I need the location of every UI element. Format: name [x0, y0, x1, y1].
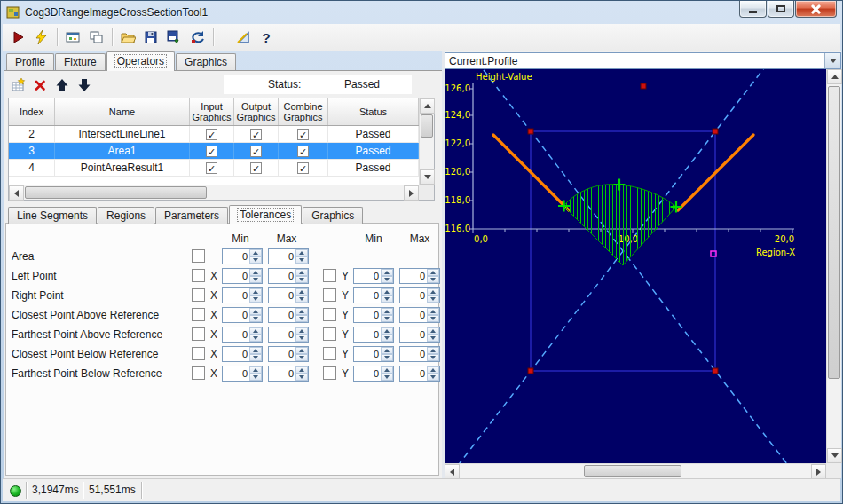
x-min-spinner[interactable]: 0: [222, 287, 263, 303]
area-max-spinner[interactable]: 0: [268, 248, 309, 264]
col-header-input-graphics[interactable]: Input Graphics: [190, 98, 234, 125]
x-min-spinner[interactable]: 0: [222, 307, 263, 323]
spin-down-button[interactable]: [249, 276, 262, 283]
spin-down-button[interactable]: [295, 354, 308, 361]
y-min-spinner[interactable]: 0: [353, 366, 394, 382]
x-tolerance-checkbox[interactable]: [192, 288, 205, 302]
spin-up-button[interactable]: [381, 366, 393, 374]
y-tolerance-checkbox[interactable]: [323, 288, 336, 302]
spin-up-button[interactable]: [427, 366, 439, 374]
x-max-spinner[interactable]: 0: [268, 366, 309, 382]
spin-up-button[interactable]: [295, 366, 308, 374]
scroll-up-button[interactable]: [827, 69, 842, 84]
y-tolerance-checkbox[interactable]: [323, 269, 336, 282]
y-max-spinner[interactable]: 0: [399, 327, 440, 343]
scroll-down-button[interactable]: [420, 169, 435, 185]
spin-up-button[interactable]: [381, 308, 393, 315]
spin-up-button[interactable]: [381, 269, 393, 276]
x-min-spinner[interactable]: 0: [222, 327, 263, 343]
spin-down-button[interactable]: [295, 256, 308, 264]
scroll-thumb[interactable]: [828, 86, 840, 379]
spin-down-button[interactable]: [295, 335, 308, 342]
spin-up-button[interactable]: [381, 288, 393, 295]
input-graphics-checkbox[interactable]: ✓: [206, 162, 217, 174]
x-tolerance-checkbox[interactable]: [192, 366, 205, 380]
y-max-spinner[interactable]: 0: [399, 307, 440, 323]
measure-angle-button[interactable]: [232, 27, 254, 48]
dropdown-button[interactable]: [824, 53, 840, 68]
scroll-thumb[interactable]: [25, 186, 207, 199]
spin-up-button[interactable]: [295, 269, 308, 276]
spin-down-button[interactable]: [381, 295, 393, 303]
open-file-button[interactable]: [117, 27, 138, 48]
combine-graphics-checkbox[interactable]: ✓: [297, 129, 309, 140]
spin-down-button[interactable]: [249, 295, 262, 303]
x-tolerance-checkbox[interactable]: [192, 269, 205, 282]
x-max-spinner[interactable]: 0: [268, 346, 309, 362]
spin-down-button[interactable]: [381, 335, 393, 342]
subtab-regions[interactable]: Regions: [98, 207, 154, 224]
col-header-index[interactable]: Index: [9, 98, 55, 125]
table-row[interactable]: 2 IntersectLineLine1 ✓ ✓ ✓ Passed: [9, 126, 419, 143]
x-min-spinner[interactable]: 0: [222, 346, 263, 362]
table-v-scrollbar[interactable]: [419, 98, 434, 185]
region-handle[interactable]: [713, 368, 718, 374]
spin-up-button[interactable]: [427, 269, 439, 276]
spin-down-button[interactable]: [427, 354, 439, 361]
subtab-graphics[interactable]: Graphics: [303, 207, 363, 224]
y-max-spinner[interactable]: 0: [399, 268, 440, 284]
tab-profile[interactable]: Profile: [6, 53, 54, 70]
delete-operator-button[interactable]: [30, 75, 50, 95]
x-tolerance-checkbox[interactable]: [192, 347, 205, 360]
table-row-selected[interactable]: 3 Area1 ✓ ✓ ✓ Passed: [9, 143, 419, 160]
region-handle[interactable]: [528, 129, 533, 134]
show-tool-image-button[interactable]: [62, 27, 83, 48]
spin-up-button[interactable]: [249, 347, 262, 354]
spin-down-button[interactable]: [381, 354, 393, 361]
move-down-button[interactable]: [75, 75, 94, 95]
scroll-left-button[interactable]: [9, 185, 24, 201]
subtab-tolerances[interactable]: Tolerances: [229, 205, 302, 224]
help-button[interactable]: ?: [256, 27, 277, 48]
area-tolerance-checkbox[interactable]: [192, 249, 205, 263]
spin-down-button[interactable]: [295, 276, 308, 283]
y-max-spinner[interactable]: 0: [399, 287, 440, 303]
x-max-spinner[interactable]: 0: [268, 327, 309, 343]
spin-down-button[interactable]: [427, 315, 439, 322]
output-graphics-checkbox[interactable]: ✓: [250, 162, 262, 174]
maximize-button[interactable]: [768, 1, 794, 18]
output-graphics-checkbox[interactable]: ✓: [250, 129, 262, 140]
col-header-name[interactable]: Name: [55, 98, 190, 125]
scroll-right-button[interactable]: [811, 464, 826, 479]
region-handle[interactable]: [528, 368, 533, 374]
plot-h-scrollbar[interactable]: [445, 463, 826, 478]
y-min-spinner[interactable]: 0: [353, 307, 394, 323]
profile-selector[interactable]: Current.Profile: [445, 52, 841, 69]
close-button[interactable]: [795, 1, 837, 18]
spin-up-button[interactable]: [295, 288, 308, 295]
input-graphics-checkbox[interactable]: ✓: [206, 146, 217, 157]
spin-down-button[interactable]: [249, 335, 262, 342]
add-operator-button[interactable]: [8, 75, 28, 95]
x-tolerance-checkbox[interactable]: [192, 308, 205, 321]
y-min-spinner[interactable]: 0: [353, 346, 394, 362]
open-in-new-window-button[interactable]: [85, 27, 106, 48]
spin-up-button[interactable]: [249, 249, 262, 256]
plot-v-scrollbar[interactable]: [826, 69, 841, 463]
x-max-spinner[interactable]: 0: [268, 287, 309, 303]
combine-graphics-checkbox[interactable]: ✓: [297, 162, 309, 174]
spin-down-button[interactable]: [427, 276, 439, 283]
output-graphics-checkbox[interactable]: ✓: [250, 146, 262, 157]
profile-plot-canvas[interactable]: Height-Value 126,0 124,0 122,0 120,0 118…: [445, 69, 826, 463]
move-up-button[interactable]: [52, 75, 72, 95]
y-min-spinner[interactable]: 0: [353, 268, 394, 284]
y-min-spinner[interactable]: 0: [353, 327, 394, 343]
y-tolerance-checkbox[interactable]: [323, 366, 336, 380]
y-tolerance-checkbox[interactable]: [323, 327, 336, 341]
subtab-line-segments[interactable]: Line Segments: [8, 207, 97, 224]
spin-down-button[interactable]: [427, 295, 439, 303]
spin-up-button[interactable]: [427, 288, 439, 295]
scroll-thumb[interactable]: [584, 465, 681, 477]
spin-up-button[interactable]: [295, 327, 308, 335]
spin-down-button[interactable]: [249, 256, 262, 264]
